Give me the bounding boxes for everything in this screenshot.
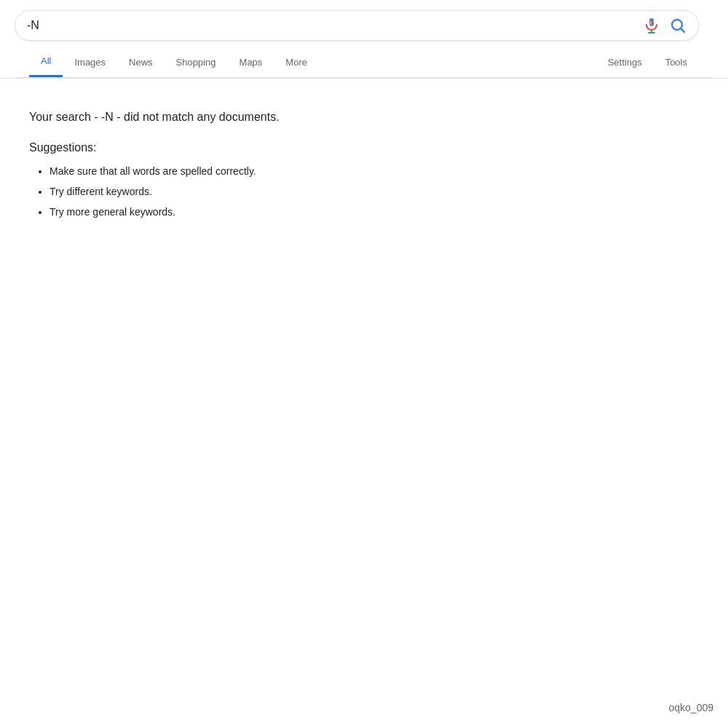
svg-rect-4	[652, 21, 653, 25]
tab-settings[interactable]: Settings	[596, 48, 654, 76]
search-bar-area: All Images News Shopping Maps More Setti…	[0, 0, 728, 79]
tab-more[interactable]: More	[274, 48, 319, 76]
tab-images[interactable]: Images	[63, 48, 117, 76]
tab-tools[interactable]: Tools	[654, 48, 699, 76]
search-icon[interactable]	[669, 17, 687, 34]
nav-tabs-left: All Images News Shopping Maps More	[29, 47, 596, 77]
tab-news[interactable]: News	[117, 48, 165, 76]
svg-line-6	[681, 29, 685, 33]
nav-tabs-right: Settings Tools	[596, 48, 699, 76]
tab-all[interactable]: All	[29, 47, 63, 77]
main-content: Your search - -N - did not match any doc…	[0, 79, 728, 254]
suggestions-list: Make sure that all words are spelled cor…	[29, 163, 699, 221]
suggestions-label: Suggestions:	[29, 141, 699, 154]
search-box	[15, 10, 699, 41]
search-input[interactable]	[27, 19, 643, 32]
suggestion-item: Try more general keywords.	[50, 204, 699, 220]
tab-maps[interactable]: Maps	[228, 48, 274, 76]
tab-shopping[interactable]: Shopping	[165, 48, 228, 76]
svg-rect-3	[650, 21, 652, 25]
watermark: oqko_009	[668, 702, 713, 713]
nav-tabs: All Images News Shopping Maps More Setti…	[15, 47, 713, 78]
no-results-message: Your search - -N - did not match any doc…	[29, 108, 699, 127]
suggestion-item: Try different keywords.	[50, 183, 699, 199]
search-icons	[643, 17, 687, 34]
suggestion-item: Make sure that all words are spelled cor…	[50, 163, 699, 179]
mic-icon[interactable]	[643, 17, 660, 34]
